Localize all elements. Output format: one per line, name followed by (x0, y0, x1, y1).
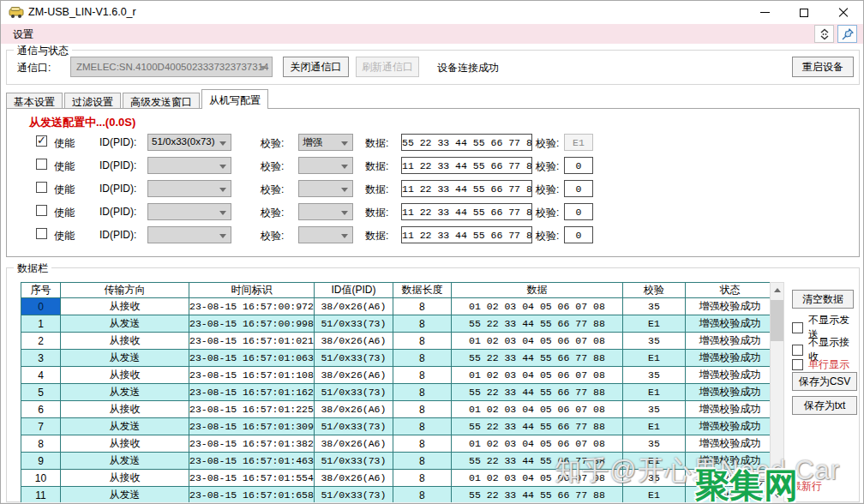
table-cell[interactable]: 增强校验成功 (685, 435, 774, 453)
table-cell[interactable]: 增强校验成功 (685, 298, 774, 315)
enable-checkbox[interactable] (36, 228, 47, 239)
maximize-button[interactable] (784, 1, 824, 24)
table-cell[interactable]: 51/0x33(73) (314, 384, 393, 401)
table-cell[interactable]: 55 22 33 44 55 66 77 88 (451, 418, 622, 435)
table-cell[interactable]: 8 (21, 435, 61, 453)
table-cell[interactable]: 23-08-15 16:57:00:972 (189, 298, 315, 315)
table-row[interactable]: 11从发送23-08-15 16:57:01:65851/0x33(73)855… (21, 487, 775, 504)
table-cell[interactable]: 0 (21, 298, 61, 315)
table-cell[interactable]: 01 02 03 04 05 06 07 08 (451, 435, 622, 453)
table-cell[interactable]: 从接收 (61, 401, 189, 418)
table-cell[interactable]: 8 (393, 401, 451, 418)
table-cell[interactable]: 55 22 33 44 55 66 77 88 (451, 487, 622, 504)
id-pid-select[interactable] (147, 203, 231, 220)
check-type-select[interactable] (298, 180, 353, 197)
single-line-option[interactable]: 单行显示 (792, 357, 849, 372)
column-header[interactable]: 数据长度 (393, 283, 451, 298)
table-cell[interactable]: 35 (622, 367, 685, 384)
table-cell[interactable]: 51/0x33(73) (314, 418, 393, 435)
checksum-field[interactable] (564, 134, 593, 151)
table-cell[interactable]: 从发送 (61, 315, 189, 333)
table-cell[interactable]: 23-08-15 16:57:01:382 (189, 435, 315, 453)
table-row[interactable]: 0从接收23-08-15 16:57:00:97238/0x26(A6)801 … (21, 298, 775, 315)
table-cell[interactable]: 从接收 (61, 435, 189, 453)
checksum-field[interactable] (564, 180, 593, 197)
table-cell[interactable]: 8 (393, 453, 451, 470)
table-cell[interactable]: 从发送 (61, 350, 189, 367)
table-cell[interactable]: 35 (622, 333, 685, 350)
tab-0[interactable]: 基本设置 (6, 93, 63, 109)
table-row[interactable]: 1从发送23-08-15 16:57:00:99851/0x33(73)855 … (21, 315, 775, 333)
pin-button[interactable] (837, 25, 857, 43)
table-cell[interactable]: 23-08-15 16:57:01:162 (189, 384, 315, 401)
column-header[interactable]: ID值(PID) (314, 283, 393, 298)
table-cell[interactable]: E1 (622, 453, 685, 470)
show-latest-option[interactable]: 显示最新行 (754, 479, 822, 494)
data-input[interactable] (401, 180, 532, 197)
scroll-up-button[interactable] (771, 283, 783, 297)
table-cell[interactable]: 7 (21, 418, 61, 435)
table-cell[interactable]: 2 (21, 333, 61, 350)
comm-port-select[interactable]: ZMELEC:SN.4100D4005023337323737314 (70, 57, 273, 77)
table-cell[interactable]: 38/0x26(A6) (314, 401, 393, 418)
check-type-select[interactable] (298, 157, 353, 174)
id-pid-select[interactable]: 51/0x33(0x73) (147, 134, 231, 151)
data-input[interactable] (401, 134, 532, 151)
id-pid-select[interactable] (147, 180, 231, 197)
table-cell[interactable]: 8 (393, 470, 451, 487)
table-scrollbar[interactable] (770, 282, 784, 503)
table-cell[interactable]: E1 (622, 315, 685, 333)
table-cell[interactable]: 增强校验成功 (685, 384, 774, 401)
column-header[interactable]: 时间标识 (189, 283, 315, 298)
table-cell[interactable]: 38/0x26(A6) (314, 435, 393, 453)
table-cell[interactable]: 4 (21, 367, 61, 384)
table-cell[interactable]: 从发送 (61, 418, 189, 435)
table-cell[interactable]: 51/0x33(73) (314, 315, 393, 333)
table-cell[interactable]: 10 (21, 470, 61, 487)
table-cell[interactable]: 增强校验成功 (685, 333, 774, 350)
table-cell[interactable]: 35 (622, 401, 685, 418)
table-cell[interactable]: 8 (393, 384, 451, 401)
scrollbar-thumb[interactable] (771, 300, 783, 341)
save-csv-button[interactable]: 保存为CSV (792, 372, 857, 391)
table-cell[interactable]: 从接收 (61, 333, 189, 350)
table-row[interactable]: 10从接收23-08-15 16:57:01:55438/0x26(A6)801… (21, 470, 775, 487)
table-cell[interactable]: 01 02 03 04 05 06 07 08 (451, 401, 622, 418)
id-pid-select[interactable] (147, 157, 231, 174)
table-cell[interactable]: 01 02 03 04 05 06 07 08 (451, 367, 622, 384)
table-cell[interactable]: 增强校验成功 (685, 418, 774, 435)
check-type-select[interactable]: 增强 (298, 134, 353, 151)
table-row[interactable]: 3从发送23-08-15 16:57:01:06351/0x33(73)855 … (21, 350, 775, 367)
table-cell[interactable]: 23-08-15 16:57:01:554 (189, 470, 315, 487)
table-row[interactable]: 5从发送23-08-15 16:57:01:16251/0x33(73)855 … (21, 384, 775, 401)
table-cell[interactable]: E1 (622, 350, 685, 367)
column-header[interactable]: 状态 (685, 283, 774, 298)
menu-settings[interactable]: 设置 (13, 27, 33, 42)
table-row[interactable]: 8从接收23-08-15 16:57:01:38238/0x26(A6)801 … (21, 435, 775, 453)
table-cell[interactable]: 23-08-15 16:57:01:108 (189, 367, 315, 384)
table-cell[interactable]: 3 (21, 350, 61, 367)
enable-checkbox[interactable] (36, 205, 47, 216)
table-cell[interactable]: 35 (622, 298, 685, 315)
table-cell[interactable]: 8 (393, 435, 451, 453)
table-cell[interactable]: 8 (393, 367, 451, 384)
save-txt-button[interactable]: 保存为txt (792, 396, 857, 415)
enable-checkbox[interactable] (36, 159, 47, 170)
table-cell[interactable]: 增强校验成功 (685, 453, 774, 470)
hide-receive-checkbox[interactable] (792, 345, 803, 356)
table-cell[interactable]: 55 22 33 44 55 66 77 88 (451, 315, 622, 333)
table-cell[interactable]: 55 22 33 44 55 66 77 88 (451, 453, 622, 470)
enable-checkbox[interactable] (36, 135, 47, 147)
table-cell[interactable]: 01 02 03 04 05 06 07 08 (451, 298, 622, 315)
table-cell[interactable]: 23-08-15 16:57:01:021 (189, 333, 315, 350)
table-cell[interactable]: 增强校验成功 (685, 401, 774, 418)
table-cell[interactable]: 从接收 (61, 470, 189, 487)
table-cell[interactable]: E1 (622, 418, 685, 435)
table-cell[interactable]: 38/0x26(A6) (314, 333, 393, 350)
table-row[interactable]: 4从接收23-08-15 16:57:01:10838/0x26(A6)801 … (21, 367, 775, 384)
data-input[interactable] (401, 157, 532, 174)
table-row[interactable]: 7从发送23-08-15 16:57:01:30951/0x33(73)855 … (21, 418, 775, 435)
table-cell[interactable]: 51/0x33(73) (314, 453, 393, 470)
show-latest-checkbox[interactable] (754, 481, 765, 492)
table-cell[interactable]: E1 (622, 487, 685, 504)
